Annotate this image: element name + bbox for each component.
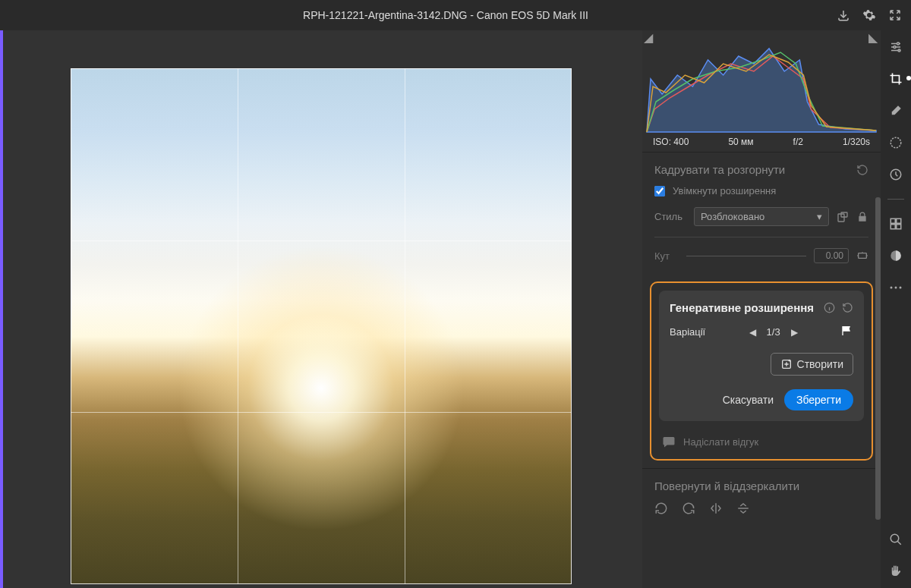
style-select[interactable]: Розблоковано ▾ <box>694 207 829 226</box>
reset-icon[interactable] <box>856 164 868 176</box>
iso-value: ISO: 400 <box>653 137 689 147</box>
sliders-tool-icon[interactable] <box>888 39 903 55</box>
right-panel: ◢ ◣ ISO: 400 50 мм f/2 1/320s Кадрувати … <box>642 30 881 588</box>
svg-rect-12 <box>891 225 895 229</box>
flip-horizontal-icon[interactable] <box>709 502 723 518</box>
svg-rect-11 <box>897 219 901 223</box>
auto-straighten-icon[interactable] <box>856 250 868 262</box>
next-variation-button[interactable]: ▶ <box>791 327 798 338</box>
crop-panel: Кадрувати та розгорнути Увімкнути розшир… <box>642 152 881 274</box>
save-button[interactable]: Зберегти <box>784 389 853 410</box>
reset-icon[interactable] <box>841 302 853 314</box>
angle-value[interactable]: 0.00 <box>814 248 849 263</box>
flag-icon[interactable] <box>841 325 853 339</box>
shutter-speed: 1/320s <box>843 137 870 147</box>
prev-variation-button[interactable]: ◀ <box>749 327 756 338</box>
camera-model: Canon EOS 5D Mark III <box>477 9 588 21</box>
panel-scrollbar[interactable] <box>875 197 881 520</box>
enable-expansion-checkbox[interactable] <box>654 186 665 197</box>
fullscreen-icon[interactable] <box>888 8 902 22</box>
send-feedback-link[interactable]: Надіслати відгук <box>659 432 864 451</box>
svg-rect-13 <box>897 225 901 229</box>
svg-point-5 <box>897 42 900 45</box>
zoom-tool-icon[interactable] <box>888 532 903 547</box>
svg-rect-10 <box>891 219 895 223</box>
enable-expansion-label: Увімкнути розширення <box>673 185 776 197</box>
generative-expand-panel: Генеративне розширення Варіації ◀ 1/3 ▶ <box>659 291 864 421</box>
svg-point-8 <box>891 137 901 148</box>
orientation-icon[interactable] <box>837 211 849 223</box>
gear-icon[interactable] <box>862 8 876 22</box>
style-label: Стиль <box>654 211 686 222</box>
presets-tool-icon[interactable] <box>888 216 903 231</box>
gen-expand-title: Генеративне розширення <box>670 301 814 314</box>
svg-point-18 <box>891 534 899 542</box>
vertical-toolbar <box>881 30 911 588</box>
svg-point-16 <box>895 287 897 289</box>
header-title: RPH-121221-Argentina-3142.DNG - Canon EO… <box>55 9 837 21</box>
rotate-panel-title: Повернути й віддзеркалити <box>654 480 799 492</box>
svg-rect-2 <box>859 253 867 259</box>
generative-expand-highlight: Генеративне розширення Варіації ◀ 1/3 ▶ <box>650 281 873 461</box>
create-button[interactable]: Створити <box>771 353 853 376</box>
hand-tool-icon[interactable] <box>888 564 903 579</box>
radial-mask-tool-icon[interactable] <box>888 135 903 150</box>
angle-label: Кут <box>654 250 679 262</box>
variation-counter: 1/3 <box>767 326 780 338</box>
canvas-area[interactable] <box>0 30 642 588</box>
lock-icon[interactable] <box>856 211 868 223</box>
svg-point-6 <box>894 46 896 49</box>
rotate-cw-icon[interactable] <box>682 502 695 518</box>
histogram[interactable]: ◢ ◣ ISO: 400 50 мм f/2 1/320s <box>642 30 881 152</box>
export-icon[interactable] <box>837 8 850 22</box>
svg-point-15 <box>891 287 893 289</box>
chevron-down-icon: ▾ <box>817 211 822 222</box>
crop-panel-title: Кадрувати та розгорнути <box>654 163 785 176</box>
variations-label: Варіації <box>670 326 705 338</box>
focal-length: 50 мм <box>728 137 753 147</box>
svg-point-17 <box>900 287 902 289</box>
crop-tool-icon[interactable] <box>888 71 903 86</box>
aperture: f/2 <box>793 137 803 147</box>
angle-slider[interactable] <box>686 256 806 256</box>
more-tool-icon[interactable] <box>888 280 903 295</box>
rotate-ccw-icon[interactable] <box>654 502 668 518</box>
eraser-tool-icon[interactable] <box>888 103 903 118</box>
redeye-tool-icon[interactable] <box>888 167 903 182</box>
photo-preview[interactable] <box>71 68 572 584</box>
flip-vertical-icon[interactable] <box>736 502 750 518</box>
info-icon[interactable] <box>823 302 835 314</box>
color-tool-icon[interactable] <box>888 248 903 263</box>
app-header: RPH-121221-Argentina-3142.DNG - Canon EO… <box>0 0 911 30</box>
filename: RPH-121221-Argentina-3142.DNG <box>303 9 467 21</box>
rotate-mirror-panel: Повернути й віддзеркалити <box>642 468 881 529</box>
cancel-button[interactable]: Скасувати <box>723 394 774 406</box>
